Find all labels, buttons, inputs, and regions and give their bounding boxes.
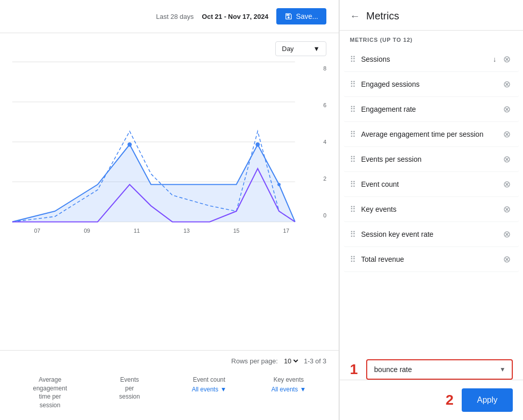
x-label-11: 11 [134, 228, 140, 234]
drag-handle-icon: ⠿ [350, 105, 356, 114]
metric-item-engagement-rate[interactable]: ⠿ Engagement rate ⊗ [344, 97, 519, 122]
metric-name-session-key-event-rate: Session key event rate [361, 230, 501, 238]
metric-name-events-per-session: Events per session [361, 155, 501, 163]
remove-event-count-button[interactable]: ⊗ [501, 178, 513, 190]
date-range: Oct 21 - Nov 17, 2024 [202, 13, 268, 20]
x-label-17: 17 [283, 228, 289, 234]
left-panel: Last 28 days Oct 21 - Nov 17, 2024 Save.… [0, 0, 339, 420]
events-per-session-col-header: Eventspersession [92, 376, 168, 410]
y-label-8: 8 [323, 65, 326, 71]
metrics-list: ⠿ Sessions ↓ ⊗ ⠿ Engaged sessions ⊗ ⠿ En… [340, 47, 523, 355]
sort-down-icon: ↓ [493, 55, 496, 63]
metric-item-events-per-session[interactable]: ⠿ Events per session ⊗ [344, 147, 519, 172]
key-events-dropdown-icon: ▼ [300, 385, 306, 394]
event-count-filter-label: All events [192, 385, 218, 394]
step-1-label: 1 [350, 361, 358, 378]
remove-engaged-sessions-button[interactable]: ⊗ [501, 78, 513, 90]
remove-engagement-rate-button[interactable]: ⊗ [501, 103, 513, 115]
key-events-col-header: Key events All events ▼ [251, 376, 326, 410]
rows-per-page-bar: Rows per page: 10 25 50 1-3 of 3 [12, 357, 326, 365]
panel-header: ← Metrics [340, 0, 523, 31]
drag-handle-icon: ⠿ [350, 230, 356, 239]
event-count-col-label: Event count [172, 376, 247, 384]
drag-handle-icon: ⠿ [350, 155, 356, 164]
chart-area: Day ▼ 0 2 4 6 8 [0, 33, 339, 350]
metric-name-engagement-rate: Engagement rate [361, 105, 501, 113]
drag-handle-icon: ⠿ [350, 130, 356, 139]
event-count-dropdown-icon: ▼ [220, 385, 226, 394]
chart-controls: Day ▼ [12, 41, 326, 56]
remove-session-key-event-rate-button[interactable]: ⊗ [501, 228, 513, 240]
rows-per-page-select[interactable]: 10 25 50 [282, 357, 300, 365]
metric-item-session-key-event-rate[interactable]: ⠿ Session key event rate ⊗ [344, 222, 519, 247]
metric-name-sessions: Sessions [361, 55, 493, 63]
metric-name-key-events: Key events [361, 205, 501, 213]
back-button[interactable]: ← [350, 10, 360, 22]
top-bar: Last 28 days Oct 21 - Nov 17, 2024 Save.… [0, 0, 339, 33]
metric-item-event-count[interactable]: ⠿ Event count ⊗ [344, 172, 519, 197]
drag-handle-icon: ⠿ [350, 255, 356, 264]
drag-handle-icon: ⠿ [350, 80, 356, 89]
key-events-filter[interactable]: All events ▼ [251, 385, 326, 394]
metric-name-avg-engagement-time: Average engagement time per session [361, 130, 501, 138]
metric-item-sessions[interactable]: ⠿ Sessions ↓ ⊗ [344, 47, 519, 72]
y-axis-labels: 0 2 4 6 8 [323, 60, 326, 224]
drag-handle-icon: ⠿ [350, 180, 356, 189]
remove-avg-engagement-button[interactable]: ⊗ [501, 128, 513, 140]
metric-item-engaged-sessions[interactable]: ⠿ Engaged sessions ⊗ [344, 72, 519, 97]
bottom-section: Rows per page: 10 25 50 1-3 of 3 Average… [0, 350, 339, 420]
events-per-session-col-label: Eventspersession [92, 376, 168, 401]
svg-point-7 [255, 142, 259, 146]
metric-name-total-revenue: Total revenue [361, 255, 501, 263]
key-events-filter-label: All events [271, 385, 298, 394]
right-panel: ← Metrics METRICS (UP TO 12) ⠿ Sessions … [339, 0, 523, 420]
y-label-4: 4 [323, 139, 326, 145]
x-label-09: 09 [84, 228, 90, 234]
day-dropdown[interactable]: Day ▼ [275, 41, 326, 56]
metric-item-key-events[interactable]: ⠿ Key events ⊗ [344, 197, 519, 222]
step-2-label: 2 [445, 392, 454, 408]
remove-sessions-button[interactable]: ⊗ [501, 53, 513, 65]
svg-marker-5 [12, 144, 295, 221]
panel-title: Metrics [366, 10, 399, 22]
drag-handle-icon: ⠿ [350, 205, 356, 214]
metric-name-engaged-sessions: Engaged sessions [361, 80, 501, 88]
chart-wrapper: 0 2 4 6 8 [12, 60, 326, 224]
add-metric-dropdown[interactable]: bounce rate Add a metric... [366, 359, 513, 380]
y-label-6: 6 [323, 102, 326, 108]
x-axis-labels: 07 09 11 13 15 17 [12, 226, 311, 234]
x-label-15: 15 [233, 228, 240, 234]
apply-button[interactable]: Apply [462, 388, 513, 412]
chart-svg [12, 60, 311, 224]
save-icon [284, 12, 293, 20]
drag-handle-icon: ⠿ [350, 55, 356, 64]
svg-point-8 [277, 183, 280, 186]
event-count-col-header: Event count All events ▼ [172, 376, 247, 410]
key-events-col-label: Key events [251, 376, 326, 384]
x-label-13: 13 [183, 228, 189, 234]
avg-engagement-col-header: Averageengagementtime persession [12, 376, 88, 410]
save-button[interactable]: Save... [276, 8, 326, 24]
x-label-07: 07 [34, 228, 40, 234]
metric-item-total-revenue[interactable]: ⠿ Total revenue ⊗ [344, 247, 519, 272]
svg-point-6 [128, 142, 132, 146]
date-label: Last 28 days [156, 13, 194, 20]
y-label-0: 0 [323, 212, 326, 218]
event-count-filter[interactable]: All events ▼ [172, 385, 247, 394]
remove-events-per-session-button[interactable]: ⊗ [501, 153, 513, 165]
remove-key-events-button[interactable]: ⊗ [501, 203, 513, 215]
y-label-2: 2 [323, 176, 326, 182]
remove-total-revenue-button[interactable]: ⊗ [501, 253, 513, 265]
back-arrow-icon: ← [350, 10, 360, 22]
metrics-subtitle: METRICS (UP TO 12) [340, 31, 523, 47]
column-headers: Averageengagementtime persession Eventsp… [12, 372, 326, 414]
dropdown-arrow-icon: ▼ [313, 45, 320, 53]
panel-footer: 2 Apply [340, 380, 523, 420]
add-metric-wrapper: bounce rate Add a metric... [366, 359, 513, 380]
avg-engagement-col-label: Averageengagementtime persession [12, 376, 88, 410]
metric-item-avg-engagement-time[interactable]: ⠿ Average engagement time per session ⊗ [344, 122, 519, 147]
pagination-label: 1-3 of 3 [304, 357, 326, 365]
rows-per-page-label: Rows per page: [231, 357, 278, 365]
metric-name-event-count: Event count [361, 180, 501, 188]
